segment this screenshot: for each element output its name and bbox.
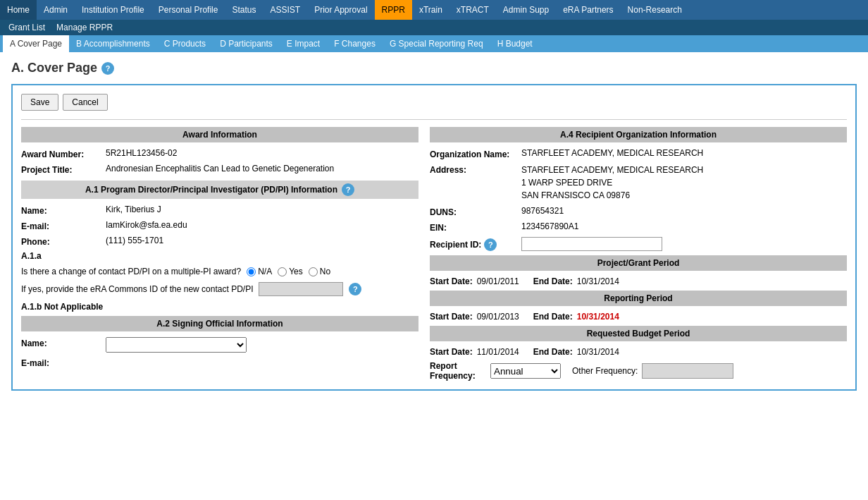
project-end-item: End Date: 10/31/2014 (533, 276, 619, 286)
tab-e-impact[interactable]: E Impact (280, 35, 327, 52)
save-button[interactable]: Save (21, 94, 58, 111)
reporting-end-value: 10/31/2014 (577, 312, 619, 322)
pi-name-label: Name: (21, 205, 106, 216)
pi-name-row: Name: Kirk, Tiberius J (21, 205, 418, 216)
nav-rppr[interactable]: RPPR (375, 0, 412, 20)
project-end-value: 10/31/2014 (577, 276, 619, 286)
project-title-label: Project Title: (21, 164, 106, 175)
nav-status[interactable]: Status (225, 0, 263, 20)
address-line2: 1 WARP SPEED DRIVE (521, 176, 847, 189)
nav-era-partners[interactable]: eRA Partners (556, 0, 620, 20)
nav-institution-profile[interactable]: Institution Profile (75, 0, 151, 20)
reporting-start-value: 09/01/2013 (477, 312, 519, 322)
reporting-end-item: End Date: 10/31/2014 (533, 312, 619, 322)
divider (21, 119, 847, 120)
nav-home[interactable]: Home (0, 0, 37, 20)
radio-no-label[interactable]: No (309, 267, 330, 276)
form-container: Save Cancel Award Information Award Numb… (11, 84, 857, 391)
nav-xtract[interactable]: xTRACT (450, 0, 496, 20)
nav-xtrain[interactable]: xTrain (412, 0, 450, 20)
pi-email-label: E-mail: (21, 220, 106, 231)
other-freq-input[interactable] (642, 363, 733, 379)
radio-na-label[interactable]: N/A (247, 267, 272, 276)
tab-c-products[interactable]: C Products (157, 35, 213, 52)
signing-name-select[interactable] (106, 337, 247, 353)
nav-grant-list[interactable]: Grant List (3, 20, 51, 35)
pi-phone-row: Phone: (111) 555-1701 (21, 236, 418, 247)
award-number-row: Award Number: 5R21HL123456-02 (21, 148, 418, 159)
left-column: Award Information Award Number: 5R21HL12… (21, 127, 430, 381)
tab-b-accomplishments[interactable]: B Accomplishments (69, 35, 157, 52)
project-grant-period-row: Start Date: 09/01/2011 End Date: 10/31/2… (430, 276, 847, 286)
pi-phone-label: Phone: (21, 236, 106, 247)
report-freq-label: Report Frequency: (430, 361, 486, 381)
nav-manage-rppr[interactable]: Manage RPPR (51, 20, 118, 35)
project-end-label: End Date: (533, 276, 573, 286)
page-content: A. Cover Page ? Save Cancel Award Inform… (0, 52, 868, 399)
signing-info-header: A.2 Signing Official Information (21, 316, 418, 331)
award-info-header: Award Information (21, 127, 418, 142)
report-freq-item: Report Frequency: Annual Semi-Annual Qua… (430, 361, 561, 381)
radio-yes-label[interactable]: Yes (278, 267, 303, 276)
award-number-value: 5R21HL123456-02 (106, 148, 418, 158)
nav-admin[interactable]: Admin (37, 0, 75, 20)
change-pi-question: Is there a change of contact PD/PI on a … (21, 267, 418, 276)
nav-personal-profile[interactable]: Personal Profile (151, 0, 225, 20)
tab-f-changes[interactable]: F Changes (327, 35, 383, 52)
project-title-row: Project Title: Andronesian Encephalitis … (21, 164, 418, 175)
frequency-row: Report Frequency: Annual Semi-Annual Qua… (430, 361, 847, 381)
signing-email-row: E-mail: (21, 357, 418, 368)
other-freq-label: Other Frequency: (572, 366, 638, 376)
nav-non-research[interactable]: Non-Research (621, 0, 689, 20)
budget-end-item: End Date: 10/31/2014 (533, 347, 619, 357)
era-label: If yes, provide the eRA Commons ID of th… (21, 284, 253, 294)
pi-info-header: A.1 Program Director/Principal Investiga… (21, 181, 418, 199)
nav-prior-approval[interactable]: Prior Approval (307, 0, 374, 20)
award-number-label: Award Number: (21, 148, 106, 159)
radio-yes[interactable] (278, 267, 287, 276)
project-title-value: Andronesian Encephalitis Can Lead to Gen… (106, 164, 418, 173)
cancel-button[interactable]: Cancel (63, 94, 107, 111)
reporting-end-label: End Date: (533, 312, 573, 322)
radio-na[interactable] (247, 267, 256, 276)
recipient-id-help-icon[interactable]: ? (484, 238, 497, 251)
recipient-id-input[interactable] (521, 237, 662, 251)
tab-d-participants[interactable]: D Participants (213, 35, 280, 52)
tab-h-budget[interactable]: H Budget (490, 35, 540, 52)
budget-period-header: Requested Budget Period (430, 326, 847, 341)
page-title-help-icon[interactable]: ? (101, 62, 114, 75)
page-title: A. Cover Page ? (11, 61, 857, 75)
second-nav: Grant List Manage RPPR (0, 20, 868, 35)
budget-start-value: 11/01/2014 (477, 347, 519, 357)
duns-value: 987654321 (521, 206, 847, 216)
project-start-label: Start Date: (430, 276, 473, 286)
reporting-period-row: Start Date: 09/01/2013 End Date: 10/31/2… (430, 312, 847, 322)
pi-info-help-icon[interactable]: ? (342, 183, 354, 196)
reporting-start-item: Start Date: 09/01/2013 (430, 312, 519, 322)
pi-name-value: Kirk, Tiberius J (106, 205, 418, 214)
address-row: Address: STARFLEET ACADEMY, MEDICAL RESE… (430, 164, 847, 202)
era-help-icon[interactable]: ? (349, 283, 361, 295)
budget-end-value: 10/31/2014 (577, 347, 619, 357)
address-line3: SAN FRANSISCO CA 09876 (521, 189, 847, 202)
a1a-label: A.1.a (21, 251, 418, 261)
pi-email-value: IamKirok@sfa.ea.edu (106, 220, 418, 230)
change-pi-question-text: Is there a change of contact PD/PI on a … (21, 267, 241, 276)
right-column: A.4 Recipient Organization Information O… (430, 127, 847, 381)
tab-a-cover-page[interactable]: A Cover Page (3, 35, 69, 52)
report-freq-select[interactable]: Annual Semi-Annual Quarterly (490, 363, 561, 379)
tab-nav: A Cover Page B Accomplishments C Product… (0, 35, 868, 52)
project-start-value: 09/01/2011 (477, 276, 519, 286)
button-row: Save Cancel (21, 94, 847, 111)
org-name-row: Organization Name: STARFLEET ACADEMY, ME… (430, 148, 847, 159)
radio-no[interactable] (309, 267, 318, 276)
era-commons-id-input[interactable] (259, 282, 343, 296)
budget-end-label: End Date: (533, 347, 573, 357)
signing-name-field (106, 337, 418, 353)
tab-g-special-reporting[interactable]: G Special Reporting Req (383, 35, 490, 52)
budget-period-row: Start Date: 11/01/2014 End Date: 10/31/2… (430, 347, 847, 357)
recipient-org-header: A.4 Recipient Organization Information (430, 127, 847, 142)
other-freq-item: Other Frequency: (572, 363, 733, 379)
nav-admin-supp[interactable]: Admin Supp (496, 0, 556, 20)
nav-assist[interactable]: ASSIST (264, 0, 308, 20)
